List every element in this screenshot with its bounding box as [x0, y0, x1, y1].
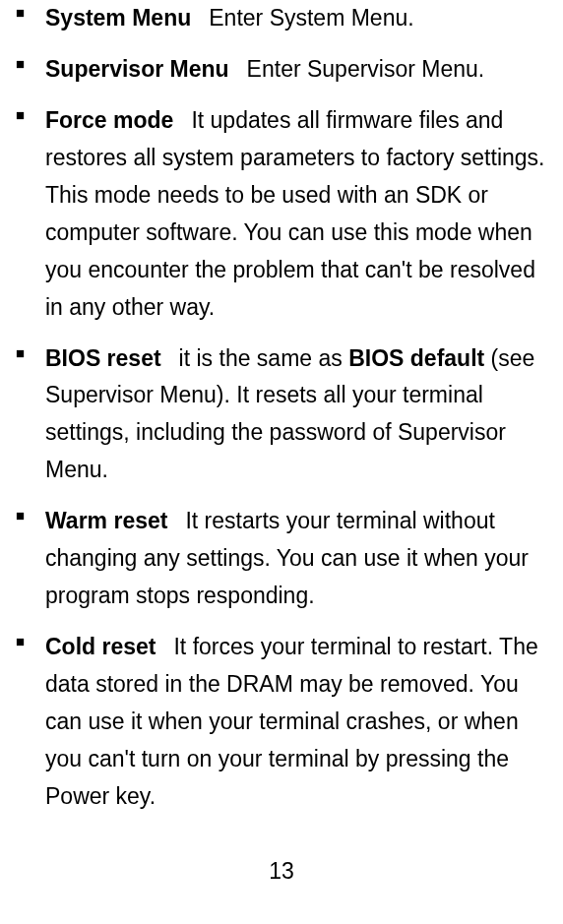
- list-item: Warm resetIt restarts your terminal with…: [45, 503, 547, 615]
- description-text: It forces your terminal to restart. The …: [45, 634, 538, 809]
- inline-bold: BIOS default: [348, 345, 484, 371]
- term: System Menu: [45, 5, 191, 31]
- list-item: Supervisor MenuEnter Supervisor Menu.: [45, 51, 547, 89]
- description-text: Enter Supervisor Menu.: [247, 56, 485, 82]
- term: Supervisor Menu: [45, 56, 229, 82]
- list-item: BIOS resetit is the same as BIOS default…: [45, 340, 547, 490]
- description-text: It updates all firmware files and restor…: [45, 107, 544, 320]
- list-item: System MenuEnter System Menu.: [45, 0, 547, 37]
- list-item: Force modeIt updates all firmware files …: [45, 102, 547, 327]
- definition-list: System MenuEnter System Menu. Supervisor…: [16, 0, 547, 816]
- term: Warm reset: [45, 508, 167, 533]
- page-number: 13: [0, 858, 563, 885]
- term: Force mode: [45, 107, 173, 133]
- term: Cold reset: [45, 634, 156, 659]
- term: BIOS reset: [45, 345, 161, 371]
- description-text: Enter System Menu.: [209, 5, 413, 31]
- list-item: Cold resetIt forces your terminal to res…: [45, 629, 547, 816]
